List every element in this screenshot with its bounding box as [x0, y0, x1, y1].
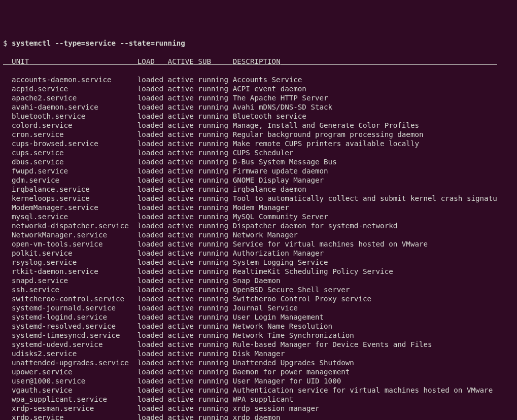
service-list: accounts-daemon.service loaded active ru… — [3, 75, 514, 420]
service-row: rtkit-daemon.service loaded active runni… — [3, 267, 514, 276]
service-row: xrdp.service loaded active running xrdp … — [3, 413, 514, 420]
service-row: polkit.service loaded active running Aut… — [3, 249, 514, 258]
service-row: ModemManager.service loaded active runni… — [3, 203, 514, 212]
service-row: acpid.service loaded active running ACPI… — [3, 84, 514, 93]
prompt-symbol: $ — [3, 39, 8, 47]
service-row: unattended-upgrades.service loaded activ… — [3, 358, 514, 367]
service-row: ssh.service loaded active running OpenBS… — [3, 285, 514, 294]
service-row: apache2.service loaded active running Th… — [3, 93, 514, 102]
service-row: switcheroo-control.service loaded active… — [3, 294, 514, 303]
service-row: upower.service loaded active running Dae… — [3, 367, 514, 376]
service-row: xrdp-sesman.service loaded active runnin… — [3, 404, 514, 413]
service-row: NetworkManager.service loaded active run… — [3, 230, 514, 239]
service-row: cups.service loaded active running CUPS … — [3, 148, 514, 157]
service-row: mysql.service loaded active running MySQ… — [3, 212, 514, 221]
service-row: systemd-udevd.service loaded active runn… — [3, 340, 514, 349]
service-row: systemd-resolved.service loaded active r… — [3, 322, 514, 331]
service-row: open-vm-tools.service loaded active runn… — [3, 239, 514, 249]
col-description: DESCRIPTION — [233, 57, 281, 65]
service-row: snapd.service loaded active running Snap… — [3, 276, 514, 285]
command-text: systemctl --type=service --state=running — [12, 39, 185, 47]
col-unit: UNIT — [12, 57, 29, 65]
service-row: bluetooth.service loaded active running … — [3, 112, 514, 121]
service-row: cron.service loaded active running Regul… — [3, 130, 514, 139]
service-row: systemd-logind.service loaded active run… — [3, 312, 514, 322]
col-load: LOAD — [137, 57, 155, 65]
service-row: irqbalance.service loaded active running… — [3, 185, 514, 194]
service-row: systemd-timesyncd.service loaded active … — [3, 331, 514, 340]
table-header: UNIT LOAD ACTIVE SUB DESCRIPTION — [3, 57, 514, 66]
service-row: systemd-journald.service loaded active r… — [3, 303, 514, 312]
service-row: dbus.service loaded active running D-Bus… — [3, 157, 514, 166]
prompt-line: $ systemctl --type=service --state=runni… — [3, 39, 514, 48]
service-row: rsyslog.service loaded active running Sy… — [3, 258, 514, 267]
service-row: avahi-daemon.service loaded active runni… — [3, 102, 514, 112]
col-sub: SUB — [198, 57, 211, 65]
service-row: cups-browsed.service loaded active runni… — [3, 139, 514, 148]
service-row: fwupd.service loaded active running Firm… — [3, 166, 514, 176]
col-active: ACTIVE — [168, 57, 194, 65]
service-row: accounts-daemon.service loaded active ru… — [3, 75, 514, 84]
service-row: user@1000.service loaded active running … — [3, 376, 514, 386]
service-row: networkd-dispatcher.service loaded activ… — [3, 221, 514, 230]
service-row: udisks2.service loaded active running Di… — [3, 349, 514, 358]
service-row: colord.service loaded active running Man… — [3, 121, 514, 130]
service-row: kerneloops.service loaded active running… — [3, 194, 514, 203]
service-row: wpa_supplicant.service loaded active run… — [3, 395, 514, 404]
service-row: vgauth.service loaded active running Aut… — [3, 386, 514, 395]
service-row: gdm.service loaded active running GNOME … — [3, 176, 514, 185]
